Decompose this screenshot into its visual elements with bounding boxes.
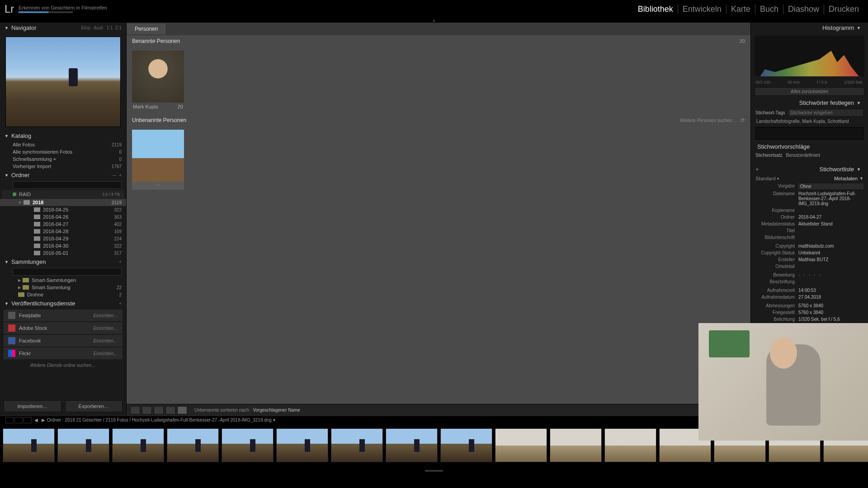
tab-personen[interactable]: Personen [127, 23, 166, 34]
navigator-preview[interactable] [5, 37, 121, 127]
top-panel-toggle[interactable]: ▲ [0, 18, 868, 23]
module-entwickeln[interactable]: Entwickeln [678, 5, 726, 14]
unnamed-person-input[interactable] [132, 182, 184, 190]
import-button[interactable]: Importieren… [4, 400, 61, 412]
catalog-quick[interactable]: Schnellsammlung +0 [0, 155, 126, 163]
view-people-icon[interactable] [177, 406, 187, 414]
meta-rating[interactable]: · · · · · [798, 272, 863, 277]
filmstrip-thumb[interactable] [276, 428, 328, 462]
named-person-thumb[interactable] [132, 51, 184, 103]
meta-copyright[interactable]: matthiasbutz.com [798, 244, 863, 249]
meta-time: 14:00:53 [798, 288, 863, 293]
smart-collection[interactable]: ▶Smart-Sammlung22 [0, 284, 126, 291]
meta-exposure: 1/320 Sek. bei f / 5,6 [798, 317, 863, 322]
nav-forward[interactable]: ▶ [42, 418, 45, 422]
sort-label: Unbenannte sortieren nach: [194, 408, 250, 413]
histogram[interactable] [755, 36, 864, 76]
meta-title[interactable] [798, 228, 863, 233]
folder-2018-04-26[interactable]: 2018-04-26363 [0, 213, 126, 221]
unnamed-person-thumb[interactable] [132, 130, 184, 182]
meta-label[interactable] [798, 279, 863, 284]
filmstrip-thumb[interactable] [3, 428, 55, 462]
named-person-card[interactable]: Mark Kupla20 [132, 51, 184, 111]
view-survey-icon[interactable] [165, 406, 175, 414]
smart-collections[interactable]: ▶Smart-Sammlungen [0, 277, 126, 284]
second-monitor-1[interactable] [5, 417, 14, 423]
meta-copyname[interactable] [798, 208, 863, 213]
module-karte[interactable]: Karte [726, 5, 755, 14]
folder-filter-input[interactable] [13, 181, 122, 189]
filmstrip-thumb[interactable] [57, 428, 109, 462]
module-drucken[interactable]: Drucken [824, 5, 863, 14]
keyword-input[interactable] [788, 109, 863, 117]
folder-2018-04-29[interactable]: 2018-04-29224 [0, 235, 126, 242]
module-switcher: Bibliothek Entwickeln Karte Buch Diashow… [633, 5, 863, 14]
filmstrip-thumb[interactable] [440, 428, 492, 462]
publish-flickr[interactable]: FlickrEinrichten… [4, 347, 123, 359]
status-path[interactable]: Ordner : 2018 21 Gesichter / 2119 Fotos … [47, 418, 275, 422]
publish-facebook[interactable]: FacebookEinrichten… [4, 335, 123, 347]
collection-filter-input[interactable] [13, 268, 122, 276]
folder-2018-04-27[interactable]: 2018-04-27402 [0, 221, 126, 228]
meta-location[interactable] [798, 264, 863, 269]
keywording-header[interactable]: Stichwörter festlegen▼ [751, 98, 868, 108]
publish-harddrive[interactable]: FestplatteEinrichten… [4, 310, 123, 321]
view-grid-icon[interactable] [130, 406, 140, 414]
filmstrip-thumb[interactable] [604, 428, 656, 462]
meta-creator[interactable]: Matthias BUTZ [798, 257, 863, 262]
filmstrip-size-handle[interactable] [425, 470, 443, 472]
keyword-textarea[interactable] [755, 127, 863, 140]
meta-copyright-status[interactable]: Unbekannt [798, 250, 863, 255]
metadata-header[interactable]: Standard▾ Metadaten▼ [751, 174, 868, 183]
filmstrip-thumb[interactable] [495, 428, 547, 462]
filmstrip-thumb[interactable] [550, 428, 602, 462]
meta-folder[interactable]: 2018-04-27 [798, 215, 863, 220]
collection-drohne[interactable]: Drohne2 [0, 291, 126, 298]
sort-value[interactable]: Vorgeschlagener Name [253, 408, 300, 413]
module-diashow[interactable]: Diashow [783, 5, 824, 14]
keyword-set-value[interactable]: Benutzerdefiniert [786, 153, 820, 158]
view-compare-icon[interactable] [154, 406, 164, 414]
histogram-header[interactable]: Histogramm▼ [751, 23, 868, 33]
meta-date: 27.04.2018 [798, 295, 863, 300]
unnamed-person-card[interactable] [132, 130, 184, 190]
keyword-list-header[interactable]: +Stichwortliste▼ [751, 164, 868, 174]
metadata-preset[interactable]: Ohne [798, 183, 863, 189]
folders-header[interactable]: ▼Ordner— + [0, 170, 126, 180]
center-toolbar: Unbenannte sortieren nach: Vorgeschlagen… [127, 404, 750, 416]
webcam-overlay [698, 323, 868, 441]
second-monitor-2[interactable] [14, 417, 23, 423]
center-tabbar: Personen [127, 23, 750, 35]
publish-adobe-stock[interactable]: Adobe StockEinrichten… [4, 322, 123, 334]
folder-2018-05-01[interactable]: 2018-05-01317 [0, 249, 126, 257]
export-button[interactable]: Exportieren… [65, 400, 123, 412]
catalog-header[interactable]: ▼Katalog [0, 131, 126, 141]
module-bibliothek[interactable]: Bibliothek [633, 5, 678, 14]
keyword-suggestions-header[interactable]: Stichwortvorschläge [751, 141, 868, 152]
folder-2018[interactable]: ▼20182119 [0, 199, 126, 206]
module-buch[interactable]: Buch [755, 5, 783, 14]
filmstrip-thumb[interactable] [331, 428, 383, 462]
nav-back[interactable]: ◀ [34, 418, 38, 422]
filmstrip-thumb[interactable] [386, 428, 438, 462]
view-loupe-icon[interactable] [142, 406, 152, 414]
filmstrip-thumb[interactable] [222, 428, 274, 462]
catalog-prev-import[interactable]: Vorheriger Import1797 [0, 163, 126, 170]
find-more-people[interactable]: Weitere Personen suchen … [680, 118, 738, 123]
catalog-synced[interactable]: Alle synchronisierten Fotos0 [0, 148, 126, 155]
grid-toggle[interactable] [24, 417, 32, 423]
publish-find-more[interactable]: Weitere Dienste online suchen… [0, 360, 126, 371]
navigator-header[interactable]: ▼Navigator Einp. Ausf. 1:1 2:1 [0, 23, 126, 33]
meta-caption[interactable] [798, 235, 863, 240]
volume-raid[interactable]: RAID2,6 / 8 TB [2, 190, 124, 198]
quick-develop-reset[interactable]: Alles zurücksetzen [755, 87, 864, 96]
folder-2018-04-25[interactable]: 2018-04-25322 [0, 206, 126, 213]
filmstrip-thumb[interactable] [112, 428, 164, 462]
folder-2018-04-28[interactable]: 2018-04-28169 [0, 228, 126, 235]
folder-2018-04-30[interactable]: 2018-04-30322 [0, 242, 126, 249]
filmstrip-thumb[interactable] [167, 428, 219, 462]
activity-title: Erkennen von Gesichtern in Filmstreifen [19, 5, 107, 10]
publish-header[interactable]: ▼Veröffentlichungsdienste+ [0, 298, 126, 309]
catalog-all-photos[interactable]: Alle Fotos2119 [0, 141, 126, 148]
collections-header[interactable]: ▼Sammlungen+ [0, 257, 126, 267]
